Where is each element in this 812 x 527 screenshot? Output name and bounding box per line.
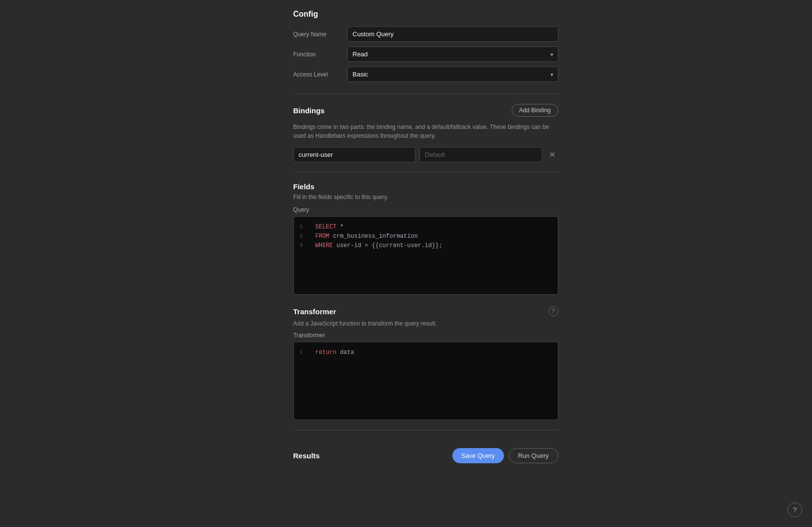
binding-name-input[interactable] [293, 147, 416, 162]
transformer-description: Add a JavaScript function to transform t… [293, 320, 558, 327]
where-clause: user-id = {{current-user.id}}; [337, 242, 443, 249]
page-container: Config Query Name Function Read Write De… [0, 0, 812, 473]
code-line-1: 1 SELECT * [300, 223, 552, 232]
line-number-3: 3 [300, 241, 310, 250]
function-row: Function Read Write Delete ▾ [293, 47, 558, 62]
config-section: Config Query Name Function Read Write De… [293, 10, 558, 82]
divider-1 [293, 94, 558, 94]
query-label: Query [293, 206, 558, 213]
binding-remove-button[interactable]: ✕ [546, 149, 558, 161]
query-name-label: Query Name [293, 31, 347, 38]
keyword-from: FROM [315, 233, 330, 240]
access-level-row: Access Level Basic Standard Admin ▾ [293, 67, 558, 82]
divider-3 [293, 430, 558, 430]
binding-row: ✕ [293, 147, 558, 162]
code-line-2: 2 FROM crm_business_information [300, 232, 552, 241]
line-number-1: 1 [300, 223, 310, 231]
run-query-button[interactable]: Run Query [509, 448, 558, 463]
code-line-3: 3 WHERE user-id = {{current-user.id}}; [300, 241, 552, 251]
function-select[interactable]: Read Write Delete [347, 47, 558, 62]
transformer-header: Transformer ? [293, 306, 558, 316]
keyword-return: return [315, 349, 337, 356]
fields-title: Fields [293, 182, 558, 191]
function-select-wrapper: Read Write Delete ▾ [347, 47, 558, 62]
code-content-1: SELECT * [315, 223, 552, 232]
query-code-editor[interactable]: 1 SELECT * 2 FROM crm_business_informati… [293, 216, 558, 295]
access-level-select[interactable]: Basic Standard Admin [347, 67, 558, 82]
code-content-2: FROM crm_business_information [315, 232, 552, 241]
save-query-button[interactable]: Save Query [452, 448, 504, 463]
divider-2 [293, 172, 558, 173]
results-header: Results Save Query Run Query [293, 448, 558, 463]
bindings-header: Bindings Add Binding [293, 104, 558, 117]
query-name-row: Query Name [293, 26, 558, 42]
bindings-description: Bindings come in two parts: the binding … [293, 123, 558, 140]
bindings-title: Bindings [293, 106, 325, 115]
fields-subtitle: Fill in the fields specific to this quer… [293, 194, 558, 201]
keyword-where: WHERE [315, 242, 333, 249]
transformer-line-1: 1 return data [300, 348, 552, 357]
access-level-label: Access Level [293, 71, 347, 78]
binding-default-input[interactable] [419, 147, 542, 162]
code-content-3: WHERE user-id = {{current-user.id}}; [315, 241, 552, 251]
transformer-code-editor[interactable]: 1 return data [293, 342, 558, 420]
transformer-title: Transformer [293, 307, 337, 316]
bottom-help-icon[interactable]: ? [787, 502, 802, 517]
results-actions: Save Query Run Query [452, 448, 558, 463]
line-number-2: 2 [300, 232, 310, 241]
return-data: data [340, 349, 354, 356]
access-level-select-wrapper: Basic Standard Admin ▾ [347, 67, 558, 82]
transformer-code-content-1: return data [315, 348, 552, 357]
add-binding-button[interactable]: Add Binding [512, 104, 558, 117]
table-name: crm_business_information [333, 233, 418, 240]
fields-section: Fields Fill in the fields specific to th… [293, 182, 558, 295]
transformer-label: Transformer [293, 332, 558, 339]
main-content: Config Query Name Function Read Write De… [293, 10, 558, 463]
transformer-section: Transformer ? Add a JavaScript function … [293, 306, 558, 420]
transformer-help-icon[interactable]: ? [549, 306, 558, 316]
function-label: Function [293, 51, 347, 58]
query-name-input[interactable] [347, 26, 558, 42]
bottom-help-label: ? [793, 506, 797, 514]
bindings-section: Bindings Add Binding Bindings come in tw… [293, 104, 558, 162]
transformer-line-number-1: 1 [300, 348, 310, 357]
results-section: Results Save Query Run Query [293, 440, 558, 463]
config-title: Config [293, 10, 558, 19]
results-title: Results [293, 452, 320, 460]
keyword-select: SELECT [315, 224, 337, 230]
